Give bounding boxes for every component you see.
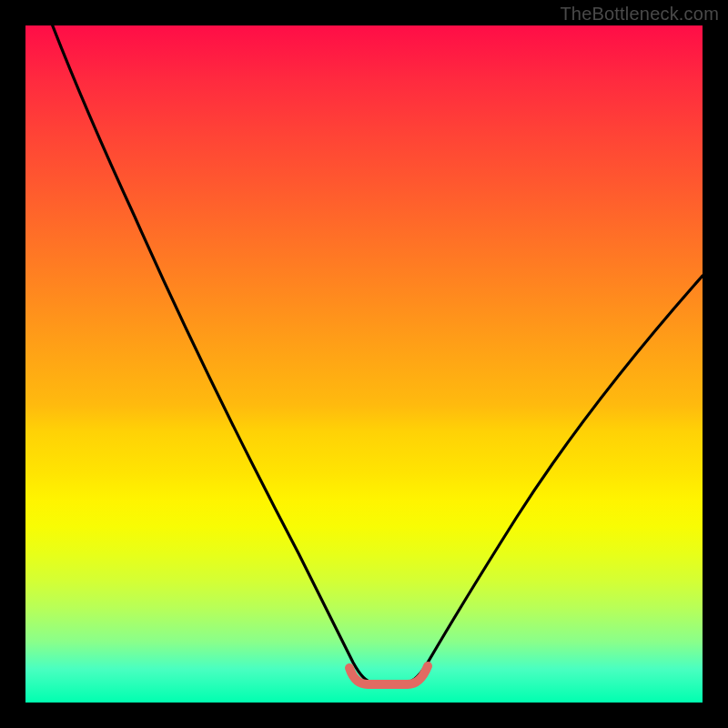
chart-plot-area	[25, 25, 703, 703]
bottleneck-curve	[25, 25, 703, 703]
curve-path	[46, 25, 703, 682]
watermark-text: TheBottleneck.com	[560, 4, 719, 25]
